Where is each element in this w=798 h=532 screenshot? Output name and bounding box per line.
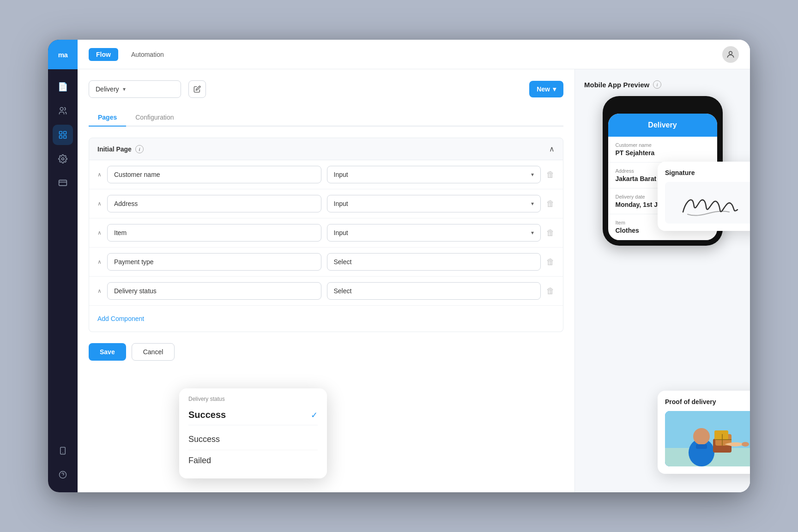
proof-of-delivery-card: Proof of delivery	[658, 391, 750, 474]
form-row-delivery-status: ∧ Select 🗑	[89, 277, 563, 306]
sidebar: ma 📄	[48, 40, 78, 492]
row-chevron-icon[interactable]: ∧	[97, 171, 102, 178]
dropdown-checkmark-icon: ✓	[311, 410, 318, 420]
form-section: ∧ Input ▾ 🗑 ∧	[89, 160, 563, 332]
tab-automation[interactable]: Automation	[124, 48, 171, 61]
main-content: Flow Automation Delive	[78, 40, 750, 492]
section-title: Initial Page i	[97, 145, 144, 153]
phone-notch	[640, 102, 686, 112]
initial-page-section-header: Initial Page i ∧	[89, 138, 563, 160]
delete-row-icon[interactable]: 🗑	[546, 286, 555, 296]
signature-card: Signature	[658, 162, 750, 231]
dropdown-label: Delivery status	[188, 396, 318, 402]
main-container: ma 📄	[48, 40, 750, 492]
delivery-status-input[interactable]	[107, 282, 321, 300]
svg-rect-17	[696, 444, 707, 449]
dropdown-option-success[interactable]: Success	[188, 429, 318, 450]
svg-rect-20	[714, 430, 728, 440]
customer-name-input[interactable]	[107, 166, 321, 183]
payment-type-select[interactable]: Select	[327, 253, 541, 271]
customer-name-type-select[interactable]: Input ▾	[327, 166, 541, 183]
tab-configuration[interactable]: Configuration	[126, 109, 183, 127]
form-row-payment-type: ∧ Select 🗑	[89, 248, 563, 277]
edit-delivery-button[interactable]	[188, 80, 206, 98]
row-chevron-icon[interactable]: ∧	[97, 200, 102, 207]
svg-point-5	[62, 158, 64, 160]
sidebar-item-users[interactable]	[53, 101, 73, 121]
form-row-customer-name: ∧ Input ▾ 🗑	[89, 160, 563, 189]
editor-panel: Delivery ▾ New	[78, 69, 574, 492]
row-chevron-icon[interactable]: ∧	[97, 230, 102, 236]
save-button[interactable]: Save	[89, 343, 126, 361]
section-collapse-icon[interactable]: ∧	[549, 145, 555, 153]
dropdown-selected-text: Success	[188, 410, 226, 420]
svg-rect-1	[60, 132, 62, 134]
phone-header-title: Delivery	[616, 121, 710, 129]
user-avatar[interactable]	[722, 46, 739, 63]
sidebar-item-flow[interactable]	[53, 125, 73, 145]
address-input[interactable]	[107, 195, 321, 212]
proof-card-title: Proof of delivery	[665, 398, 750, 405]
row-chevron-icon[interactable]: ∧	[97, 259, 102, 265]
sidebar-bottom	[53, 433, 73, 492]
svg-point-23	[742, 442, 749, 447]
address-type-select[interactable]: Input ▾	[327, 195, 541, 212]
svg-point-16	[693, 428, 710, 445]
signature-card-title: Signature	[665, 169, 750, 176]
preview-info-icon: i	[653, 80, 661, 89]
sidebar-item-help[interactable]	[53, 465, 73, 485]
delete-row-icon[interactable]: 🗑	[546, 199, 555, 209]
delivery-status-dropdown: Delivery status Success ✓ Success Failed	[179, 388, 327, 478]
sidebar-icons: 📄	[53, 69, 73, 433]
add-component-button[interactable]: Add Component	[89, 308, 152, 330]
app-window: ma 📄	[48, 40, 750, 492]
svg-rect-3	[60, 136, 62, 139]
info-icon: i	[135, 145, 144, 153]
content-area: Delivery ▾ New	[78, 69, 750, 492]
delete-row-icon[interactable]: 🗑	[546, 170, 555, 180]
row-chevron-icon[interactable]: ∧	[97, 288, 102, 294]
tab-flow[interactable]: Flow	[89, 48, 118, 61]
cancel-button[interactable]: Cancel	[132, 343, 175, 361]
bottom-buttons: Save Cancel	[89, 343, 563, 361]
preview-title: Mobile App Preview	[584, 81, 649, 89]
svg-point-0	[60, 108, 63, 111]
sidebar-item-document[interactable]: 📄	[53, 77, 73, 97]
delete-row-icon[interactable]: 🗑	[546, 257, 555, 267]
preview-panel: Mobile App Preview i Delivery Cu	[574, 69, 750, 492]
svg-point-12	[729, 51, 732, 54]
phone-header: Delivery	[608, 114, 717, 137]
sidebar-item-settings[interactable]	[53, 149, 73, 169]
svg-rect-6	[59, 180, 67, 186]
phone-field-customer-name: Customer name PT Sejahtera	[608, 137, 717, 163]
dropdown-selected[interactable]: Success ✓	[188, 405, 318, 425]
selector-row: Delivery ▾ New	[89, 80, 563, 98]
topbar: Flow Automation	[78, 40, 750, 69]
svg-rect-2	[64, 132, 66, 134]
sidebar-item-mobile[interactable]	[53, 441, 73, 461]
editor-tabs: Pages Configuration	[89, 109, 563, 127]
tab-pages[interactable]: Pages	[89, 109, 126, 127]
sidebar-item-card[interactable]	[53, 173, 73, 193]
item-input[interactable]	[107, 224, 321, 242]
new-button[interactable]: New ▾	[529, 81, 563, 97]
item-type-select[interactable]: Input ▾	[327, 224, 541, 242]
new-btn-arrow-icon: ▾	[553, 85, 556, 93]
signature-svg	[674, 187, 748, 219]
app-logo: ma	[48, 40, 78, 69]
dropdown-arrow-icon: ▾	[123, 86, 126, 92]
svg-rect-4	[64, 136, 66, 139]
proof-image	[665, 411, 750, 466]
form-row-item: ∧ Input ▾ 🗑	[89, 218, 563, 248]
payment-type-input[interactable]	[107, 253, 321, 271]
delivery-status-select[interactable]: Select	[327, 282, 541, 300]
delivery-dropdown[interactable]: Delivery ▾	[89, 80, 181, 98]
preview-title-row: Mobile App Preview i	[584, 80, 741, 89]
form-row-address: ∧ Input ▾ 🗑	[89, 189, 563, 218]
dropdown-option-failed[interactable]: Failed	[188, 450, 318, 471]
delete-row-icon[interactable]: 🗑	[546, 228, 555, 238]
signature-area	[665, 182, 750, 224]
